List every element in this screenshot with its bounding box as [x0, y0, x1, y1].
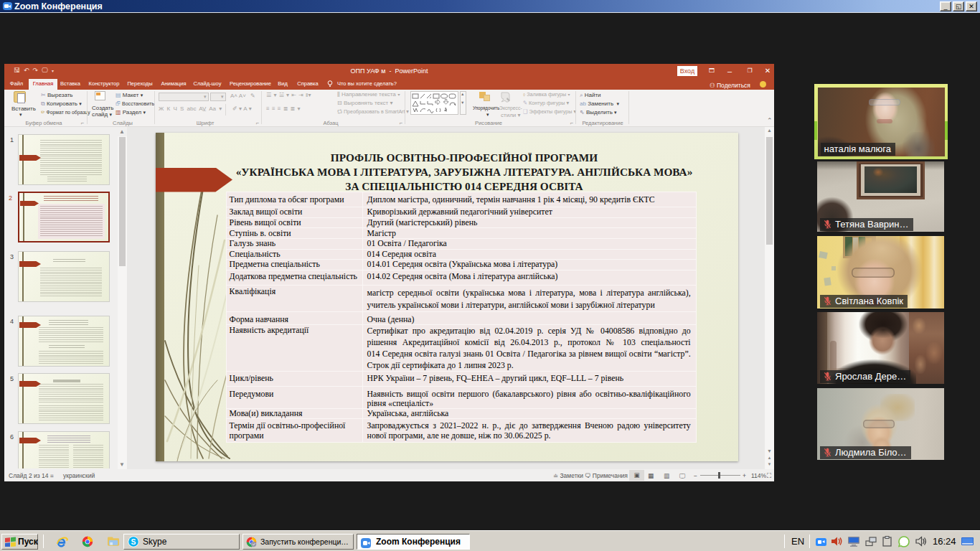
svg-text:S: S — [131, 538, 136, 546]
